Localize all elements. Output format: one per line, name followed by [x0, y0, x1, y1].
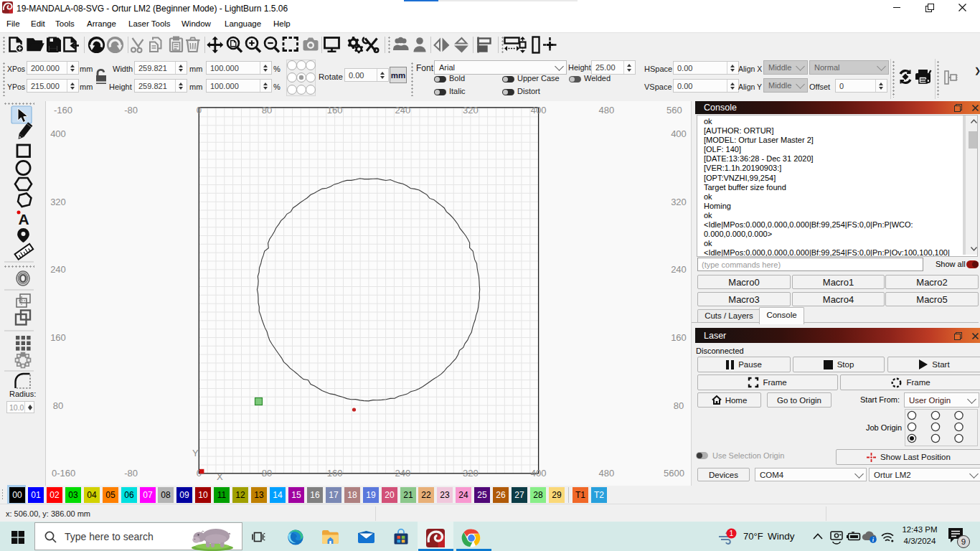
- svg-text:Y: Y: [192, 448, 199, 458]
- svg-text:320: 320: [463, 468, 479, 479]
- svg-text:400: 400: [671, 128, 687, 139]
- svg-text:80: 80: [262, 105, 272, 116]
- svg-text:400: 400: [531, 468, 547, 479]
- svg-text:240: 240: [671, 264, 687, 275]
- svg-text:160: 160: [671, 332, 687, 343]
- svg-text:560: 560: [666, 105, 682, 116]
- svg-text:80: 80: [262, 468, 272, 479]
- svg-text:240: 240: [395, 468, 410, 479]
- svg-text:A: A: [18, 211, 29, 227]
- svg-text:160: 160: [327, 105, 343, 116]
- svg-text:-80: -80: [124, 105, 138, 116]
- svg-text:0-160: 0-160: [52, 468, 75, 479]
- svg-text:160: 160: [50, 332, 66, 343]
- svg-text:400: 400: [50, 128, 66, 139]
- svg-text:-160: -160: [54, 105, 72, 116]
- svg-text:320: 320: [463, 105, 479, 116]
- svg-text:240: 240: [395, 105, 410, 116]
- svg-text:Radius:: Radius:: [9, 390, 36, 398]
- svg-text:240: 240: [50, 264, 66, 275]
- svg-text:320: 320: [50, 197, 66, 207]
- svg-text:5600: 5600: [664, 468, 684, 479]
- svg-text:480: 480: [598, 468, 614, 479]
- svg-text:X: X: [217, 471, 223, 482]
- svg-text:320: 320: [671, 197, 687, 207]
- svg-text:-80: -80: [124, 468, 138, 479]
- svg-text:80: 80: [53, 400, 63, 411]
- svg-text:400: 400: [531, 105, 547, 116]
- svg-text:480: 480: [598, 105, 614, 116]
- svg-text:0: 0: [197, 105, 202, 116]
- svg-text:80: 80: [674, 400, 684, 411]
- svg-text:160: 160: [327, 468, 343, 479]
- svg-text:1: 1: [730, 529, 734, 537]
